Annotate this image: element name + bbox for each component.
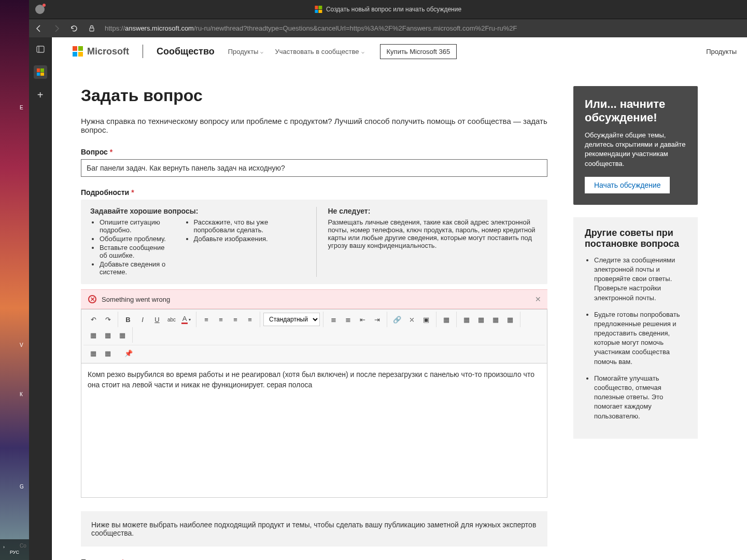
table-delete-row-icon[interactable]: ▦ bbox=[87, 328, 100, 342]
page-content: Microsoft Сообщество Продукты⌵ Участвова… bbox=[52, 37, 747, 560]
microsoft-logo-icon bbox=[73, 46, 83, 57]
table-delete-col-icon[interactable]: ▦ bbox=[101, 328, 115, 342]
tab-title-text: Создать новый вопрос или начать обсужден… bbox=[326, 6, 461, 13]
taskbar-lang[interactable]: РУС bbox=[10, 550, 19, 555]
community-link[interactable]: Сообщество bbox=[157, 46, 215, 57]
discussion-text: Обсуждайте общие темы, делитесь открытия… bbox=[585, 131, 686, 169]
bold-icon[interactable]: B bbox=[121, 313, 135, 326]
tip-item: Следите за сообщениями электронной почты… bbox=[594, 256, 686, 303]
error-icon: ✕ bbox=[88, 295, 96, 303]
table-row-after-icon[interactable]: ▦ bbox=[474, 313, 488, 326]
new-tab-icon[interactable]: + bbox=[34, 88, 47, 102]
table-delete-icon[interactable]: ▦ bbox=[116, 328, 129, 342]
profile-avatar-icon[interactable] bbox=[35, 5, 45, 14]
outdent-icon[interactable]: ⇤ bbox=[356, 313, 369, 326]
error-alert: ✕ Something went wrong ✕ bbox=[81, 289, 547, 309]
page-subtitle: Нужна справка по техническому вопросу ил… bbox=[81, 117, 547, 134]
format-select[interactable]: Стандартный bbox=[263, 313, 320, 326]
desktop-icon[interactable]: G bbox=[20, 484, 24, 489]
table-row-before-icon[interactable]: ▦ bbox=[460, 313, 473, 326]
discussion-title: Или... начните обсуждение! bbox=[585, 97, 686, 124]
products-label: Продукты: * bbox=[81, 558, 547, 560]
address-bar: https://answers.microsoft.com/ru-ru/newt… bbox=[29, 19, 747, 37]
error-text: Something went wrong bbox=[102, 296, 170, 303]
nav-right-products[interactable]: Продукты bbox=[706, 48, 737, 55]
align-center-icon[interactable]: ≡ bbox=[214, 313, 228, 326]
lock-icon[interactable] bbox=[87, 24, 96, 33]
svg-rect-0 bbox=[90, 28, 94, 31]
tips-side-panel: Другие советы при постановке вопроса Сле… bbox=[573, 217, 698, 439]
table-icon[interactable]: ▦ bbox=[440, 313, 453, 326]
tips-bad-text: Размещать личные сведения, такие как сво… bbox=[328, 218, 539, 249]
back-icon[interactable] bbox=[34, 24, 44, 33]
question-label: Вопрос* bbox=[81, 148, 547, 156]
details-label: Подробности* bbox=[81, 188, 547, 197]
microsoft-brand[interactable]: Microsoft bbox=[73, 46, 129, 57]
forward-icon bbox=[52, 24, 61, 33]
divider bbox=[143, 45, 143, 58]
table-props-icon[interactable]: ▦ bbox=[87, 346, 100, 360]
desktop-wallpaper bbox=[0, 0, 29, 560]
align-left-icon[interactable]: ≡ bbox=[200, 313, 213, 326]
products-note: Ниже вы можете выбрать наиболее подходящ… bbox=[81, 511, 547, 547]
site-header: Microsoft Сообщество Продукты⌵ Участвова… bbox=[52, 37, 747, 65]
tips-good-title: Задавайте хорошие вопросы: bbox=[90, 207, 301, 215]
refresh-icon[interactable] bbox=[69, 24, 79, 33]
tips-bad-title: Не следует: bbox=[328, 207, 539, 215]
svg-rect-1 bbox=[37, 46, 44, 52]
microsoft-logo-icon bbox=[37, 68, 44, 76]
nav-participate[interactable]: Участвовать в сообществе⌵ bbox=[275, 48, 364, 55]
table-cell-icon[interactable]: ▦ bbox=[101, 346, 115, 360]
tips-side-title: Другие советы при постановке вопроса bbox=[585, 228, 686, 249]
underline-icon[interactable]: U bbox=[150, 313, 164, 326]
tips-panel: Задавайте хорошие вопросы: Опишите ситуа… bbox=[81, 200, 547, 284]
align-justify-icon[interactable]: ≡ bbox=[243, 313, 257, 326]
align-right-icon[interactable]: ≡ bbox=[229, 313, 242, 326]
desktop-icon[interactable]: К bbox=[20, 391, 23, 397]
pin-icon[interactable]: 📌 bbox=[122, 346, 135, 360]
table-col-before-icon[interactable]: ▦ bbox=[489, 313, 502, 326]
tips-good-list: Опишите ситуацию подробно. Обобщите проб… bbox=[90, 218, 174, 277]
chevron-down-icon: ⌵ bbox=[260, 49, 263, 54]
table-col-after-icon[interactable]: ▦ bbox=[503, 313, 517, 326]
list-ol-icon[interactable]: ≣ bbox=[327, 313, 340, 326]
font-color-icon[interactable]: A▾ bbox=[179, 313, 193, 326]
editor-toolbar: ↶ ↷ B I U abc A▾ ≡ bbox=[81, 309, 547, 363]
tips-good-list-2: Расскажите, что вы уже попробовали сдела… bbox=[185, 218, 301, 277]
redo-icon[interactable]: ↷ bbox=[101, 313, 115, 326]
discussion-panel: Или... начните обсуждение! Обсуждайте об… bbox=[573, 86, 698, 205]
image-icon[interactable]: ▣ bbox=[419, 313, 433, 326]
tip-item: Будьте готовы попробовать предложенные р… bbox=[594, 310, 686, 367]
buy-m365-button[interactable]: Купить Microsoft 365 bbox=[380, 44, 457, 59]
list-ul-icon[interactable]: ≣ bbox=[341, 313, 355, 326]
italic-icon[interactable]: I bbox=[136, 313, 149, 326]
details-editor[interactable]: Комп резко вырубился во время работы и н… bbox=[81, 363, 547, 498]
microsoft-logo-icon bbox=[315, 6, 322, 13]
undo-icon[interactable]: ↶ bbox=[87, 313, 100, 326]
desktop-icon[interactable]: V bbox=[20, 342, 23, 348]
question-input[interactable] bbox=[81, 159, 547, 177]
taskbar-expand-icon[interactable]: › bbox=[3, 544, 5, 550]
taskbar[interactable]: › РУС bbox=[0, 539, 29, 560]
page-title: Задать вопрос bbox=[81, 86, 547, 105]
chevron-down-icon: ⌵ bbox=[361, 49, 364, 54]
desktop-icon[interactable]: Е bbox=[20, 105, 23, 110]
link-icon[interactable]: 🔗 bbox=[390, 313, 404, 326]
url-text[interactable]: https://answers.microsoft.com/ru-ru/newt… bbox=[105, 24, 742, 32]
unlink-icon[interactable]: ⤫ bbox=[405, 313, 418, 326]
browser-titlebar: Создать новый вопрос или начать обсужден… bbox=[29, 0, 747, 19]
start-discussion-button[interactable]: Начать обсуждение bbox=[585, 177, 670, 193]
vertical-tab-active[interactable] bbox=[34, 65, 47, 79]
browser-tab[interactable]: Создать новый вопрос или начать обсужден… bbox=[315, 6, 461, 13]
browser-window: Создать новый вопрос или начать обсужден… bbox=[29, 0, 747, 560]
tip-item: Помогайте улучшать сообщество, отмечая п… bbox=[594, 374, 686, 421]
indent-icon[interactable]: ⇥ bbox=[370, 313, 384, 326]
strike-icon[interactable]: abc bbox=[165, 313, 178, 326]
nav-products[interactable]: Продукты⌵ bbox=[228, 48, 264, 55]
vertical-tabs-bar: + bbox=[29, 37, 52, 560]
close-icon[interactable]: ✕ bbox=[535, 295, 541, 303]
tabs-toggle-icon[interactable] bbox=[34, 43, 47, 56]
